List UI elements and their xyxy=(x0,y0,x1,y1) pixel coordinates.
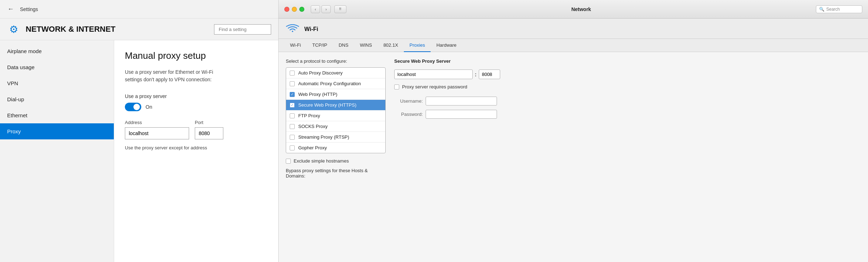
username-field-group: Username: xyxy=(394,97,861,106)
checkbox-streaming-proxy[interactable] xyxy=(290,135,295,140)
mac-grid-button[interactable]: ⠿ xyxy=(334,5,346,13)
address-input[interactable] xyxy=(125,127,189,139)
protocol-label-gopher-proxy: Gopher Proxy xyxy=(298,145,327,150)
toggle-on-label: On xyxy=(146,104,152,110)
protocol-item-streaming-proxy[interactable]: Streaming Proxy (RTSP) xyxy=(286,132,385,143)
sidebar-item-vpn[interactable]: VPN xyxy=(0,75,114,91)
tab-tcpip[interactable]: TCP/IP xyxy=(306,39,333,52)
checkbox-secure-web-proxy[interactable]: ✓ xyxy=(290,103,295,108)
section-title: NETWORK & INTERNET xyxy=(26,25,116,34)
password-required-label: Proxy server requires password xyxy=(402,84,467,89)
proxy-server-input[interactable] xyxy=(394,70,473,79)
protocol-item-auto-proxy-config[interactable]: Automatic Proxy Configuration xyxy=(286,78,385,89)
win-main-content: Manual proxy setup Use a proxy server fo… xyxy=(114,40,278,262)
colon-separator: : xyxy=(475,72,477,77)
exclude-hostnames-checkbox[interactable] xyxy=(286,159,291,164)
toggle-knob xyxy=(133,104,140,110)
find-setting-input[interactable] xyxy=(214,24,271,35)
protocol-list-box: Auto Proxy Discovery Automatic Proxy Con… xyxy=(286,67,386,153)
mac-maximize-button[interactable] xyxy=(299,7,304,12)
tab-wins[interactable]: WINS xyxy=(354,39,378,52)
mac-nav-buttons: ‹ › xyxy=(311,5,331,13)
win-title: Settings xyxy=(20,6,38,12)
sidebar-item-data-usage[interactable]: Data usage xyxy=(0,59,114,75)
checkbox-ftp-proxy[interactable] xyxy=(290,113,295,118)
address-field-group: Address xyxy=(125,120,189,139)
mac-content: Select a protocol to configure: Auto Pro… xyxy=(279,52,868,262)
mac-tabs: Wi-Fi TCP/IP DNS WINS 802.1X Proxies Har… xyxy=(279,39,868,52)
tab-proxies[interactable]: Proxies xyxy=(404,39,431,52)
proxy-toggle-switch[interactable] xyxy=(125,103,141,111)
protocol-item-gopher-proxy[interactable]: Gopher Proxy xyxy=(286,143,385,153)
port-label: Port xyxy=(195,120,223,125)
protocol-item-ftp-proxy[interactable]: FTP Proxy xyxy=(286,111,385,121)
protocol-label-socks-proxy: SOCKS Proxy xyxy=(298,124,328,129)
address-label: Address xyxy=(125,120,189,125)
address-port-row: Address Port xyxy=(125,120,268,139)
protocol-item-web-proxy-http[interactable]: ✓ Web Proxy (HTTP) xyxy=(286,89,385,100)
checkbox-auto-proxy-config[interactable] xyxy=(290,81,295,86)
gear-icon: ⚙ xyxy=(7,23,20,36)
win-sidebar: Airplane mode Data usage VPN Dial-up Eth… xyxy=(0,40,114,262)
tab-dns[interactable]: DNS xyxy=(333,39,354,52)
main-description: Use a proxy server for Ethernet or Wi-Fi… xyxy=(125,68,268,83)
sidebar-item-proxy[interactable]: Proxy xyxy=(0,123,114,139)
exclude-hostnames-row[interactable]: Exclude simple hostnames xyxy=(286,158,386,164)
tab-hardware[interactable]: Hardware xyxy=(431,39,462,52)
checkbox-socks-proxy[interactable] xyxy=(290,124,295,129)
checkbox-web-proxy-http[interactable]: ✓ xyxy=(290,92,295,97)
tab-8021x[interactable]: 802.1X xyxy=(378,39,404,52)
port-input[interactable] xyxy=(195,127,223,139)
password-check-row[interactable]: Proxy server requires password xyxy=(394,84,861,89)
protocol-label-secure-web-proxy: Secure Web Proxy (HTTPS) xyxy=(298,102,356,108)
wifi-icon xyxy=(286,24,299,34)
port-field-group: Port xyxy=(195,120,223,139)
mac-network-panel: ‹ › ⠿ Network 🔍 Search Wi-Fi Wi-Fi TCP/I… xyxy=(278,0,868,262)
mac-back-button[interactable]: ‹ xyxy=(311,5,320,13)
mac-close-button[interactable] xyxy=(284,7,289,12)
password-field-group: Password: xyxy=(394,110,861,119)
protocol-label-ftp-proxy: FTP Proxy xyxy=(298,113,320,118)
mac-bottom-checks: Exclude simple hostnames Bypass proxy se… xyxy=(286,158,386,179)
protocol-label-web-proxy-http: Web Proxy (HTTP) xyxy=(298,92,337,97)
mac-minimize-button[interactable] xyxy=(292,7,297,12)
username-input[interactable] xyxy=(426,97,497,106)
mac-search-icon: 🔍 xyxy=(819,7,824,12)
mac-network-header: Wi-Fi xyxy=(279,19,868,39)
protocol-panel-label: Select a protocol to configure: xyxy=(286,58,386,64)
checkbox-gopher-proxy[interactable] xyxy=(290,145,295,150)
mac-network-name: Wi-Fi xyxy=(304,26,318,32)
password-required-checkbox[interactable] xyxy=(394,84,399,89)
proxy-port-input[interactable] xyxy=(479,70,500,79)
win-body: Airplane mode Data usage VPN Dial-up Eth… xyxy=(0,40,278,262)
checkbox-auto-proxy[interactable] xyxy=(290,71,295,76)
sidebar-item-ethernet[interactable]: Ethernet xyxy=(0,107,114,123)
win-back-button[interactable]: ← xyxy=(6,4,16,14)
sidebar-item-airplane-mode[interactable]: Airplane mode xyxy=(0,43,114,59)
protocol-label-streaming-proxy: Streaming Proxy (RTSP) xyxy=(298,134,349,140)
mac-window-title: Network xyxy=(350,6,812,12)
protocol-item-socks-proxy[interactable]: SOCKS Proxy xyxy=(286,121,385,132)
proxy-footer-text: Use the proxy server except for address xyxy=(125,145,268,150)
sidebar-item-dial-up[interactable]: Dial-up xyxy=(0,91,114,107)
mac-traffic-lights xyxy=(284,7,304,12)
toggle-group: On xyxy=(125,103,268,111)
password-label: Password: xyxy=(394,112,423,117)
mac-forward-button[interactable]: › xyxy=(321,5,331,13)
tab-wifi[interactable]: Wi-Fi xyxy=(284,39,306,52)
mac-search-placeholder: Search xyxy=(826,7,840,12)
username-label: Username: xyxy=(394,98,423,104)
mac-protocol-panel: Select a protocol to configure: Auto Pro… xyxy=(286,58,386,256)
protocol-label-auto-proxy-config: Automatic Proxy Configuration xyxy=(298,81,361,86)
mac-titlebar: ‹ › ⠿ Network 🔍 Search xyxy=(279,0,868,19)
mac-search-box[interactable]: 🔍 Search xyxy=(816,5,862,13)
protocol-item-auto-proxy-discovery[interactable]: Auto Proxy Discovery xyxy=(286,68,385,78)
main-title: Manual proxy setup xyxy=(125,50,268,61)
use-proxy-toggle-row: Use a proxy server On xyxy=(125,93,268,111)
exclude-hostnames-label: Exclude simple hostnames xyxy=(294,158,349,164)
password-input[interactable] xyxy=(426,110,497,119)
protocol-item-secure-web-proxy[interactable]: ✓ Secure Web Proxy (HTTPS) xyxy=(286,100,385,111)
protocol-label-auto-proxy: Auto Proxy Discovery xyxy=(298,70,342,76)
proxy-config-title: Secure Web Proxy Server xyxy=(394,58,861,64)
windows-settings-panel: ← Settings ⚙ NETWORK & INTERNET Airplane… xyxy=(0,0,278,262)
